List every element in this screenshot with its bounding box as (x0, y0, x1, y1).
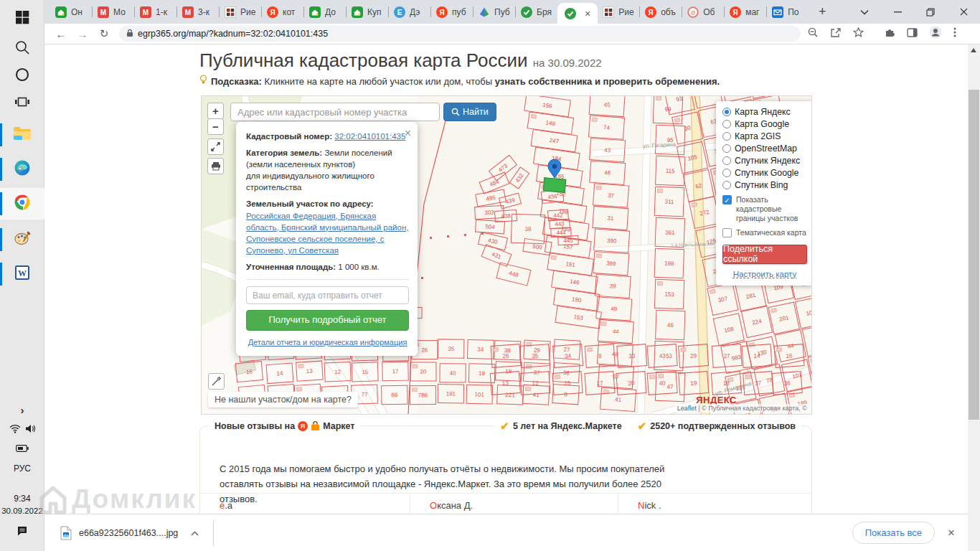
tab-12[interactable]: Бря (516, 0, 557, 24)
tab-9[interactable]: EДэ (389, 0, 430, 24)
tab-8[interactable]: Куп (347, 0, 388, 24)
parcel-cell[interactable]: 20 (410, 362, 436, 381)
back-button[interactable]: ← (50, 28, 72, 40)
thematic-map-checkbox[interactable]: Тематическая карта (722, 228, 807, 237)
tab-10[interactable]: Япуб (431, 0, 473, 24)
share-icon[interactable] (830, 27, 842, 40)
parcel-cell[interactable]: 33 (617, 344, 647, 368)
parcel-cell[interactable]: 20 (616, 372, 646, 395)
parcel-cell[interactable]: 17 (382, 362, 408, 381)
tab-16[interactable]: @Об (682, 0, 724, 24)
word-app[interactable]: W (0, 258, 44, 290)
close-downloads-icon[interactable]: × (948, 526, 955, 540)
action-center-icon[interactable] (17, 525, 28, 540)
configure-map-link[interactable]: Настроить карту (722, 270, 807, 278)
layer-option-2[interactable]: Карта Google (722, 119, 807, 129)
battery-icon[interactable] (16, 442, 29, 455)
report-details-link[interactable]: Детали отчета и юридическая информация (246, 337, 409, 348)
parcel-cell[interactable]: 198 (654, 248, 684, 278)
zoom-out-button[interactable]: − (207, 118, 224, 135)
address-bar[interactable]: egrp365.org/map/?kadnum=32:02:0410101:43… (119, 26, 801, 42)
new-tab-button[interactable]: + (813, 2, 831, 21)
edge-browser[interactable] (0, 154, 44, 185)
parcel-cell[interactable]: 153 (654, 279, 684, 309)
paint-app[interactable] (0, 224, 44, 255)
layer-option-1[interactable]: Карта Яндекс (722, 107, 807, 117)
parcel-cell[interactable]: 311 (654, 187, 684, 216)
download-chevron-icon[interactable] (191, 528, 199, 538)
cadastral-map[interactable]: 1561492471541551521581591571511461501534… (201, 95, 812, 415)
parcel-cell[interactable]: 13 (296, 361, 323, 381)
parcel-cell[interactable]: 34 (467, 339, 494, 359)
parcel-cell[interactable]: 39 (595, 274, 631, 298)
map-search-input[interactable] (230, 103, 440, 121)
tab-7[interactable]: До (304, 0, 346, 24)
measure-button[interactable] (208, 373, 225, 390)
wifi-icon[interactable] (9, 423, 21, 436)
layer-option-3[interactable]: Карта 2GIS (722, 131, 807, 141)
parcel-cell[interactable]: 49 (596, 297, 632, 321)
bookmark-star-icon[interactable] (853, 27, 864, 40)
parcel-cell[interactable]: 224 (741, 306, 772, 338)
zoom-out-page-icon[interactable] (808, 27, 819, 41)
parcel-cell[interactable]: 443 (550, 219, 570, 228)
show-hidden-icons[interactable]: › (0, 404, 44, 416)
parcel-cell[interactable]: 86 (382, 385, 407, 405)
start-button[interactable] (0, 3, 44, 34)
cadastral-borders-checkbox[interactable]: ✓ Показать кадастровые границы участков (722, 195, 807, 223)
email-field[interactable] (246, 286, 409, 304)
map-search-button[interactable]: Найти (443, 103, 496, 121)
side-panel-icon[interactable] (907, 27, 918, 40)
fullscreen-button[interactable] (207, 138, 224, 155)
parcel-cell[interactable]: 12 (520, 372, 550, 395)
leaflet-link[interactable]: Leaflet (677, 405, 697, 412)
parcel-cell[interactable]: 29 (679, 344, 709, 368)
parcel-cell[interactable]: 36 (772, 372, 802, 395)
parcel-cell[interactable]: 74 (589, 116, 625, 139)
tab-2[interactable]: MМо (93, 0, 134, 24)
tab-18[interactable]: По (767, 0, 809, 24)
address-link[interactable]: Российская Федерация, Брянская область, … (246, 212, 408, 255)
scroll-up-arrow[interactable] (971, 48, 976, 52)
reload-button[interactable]: ↻ (93, 27, 115, 40)
extensions-puzzle-icon[interactable] (884, 27, 895, 41)
page-scrollbar[interactable] (968, 44, 980, 551)
tab-1[interactable]: Он (50, 0, 92, 24)
layer-option-4[interactable]: OpenStreetMap (722, 143, 807, 154)
tab-3[interactable]: M1-к (135, 0, 176, 24)
layer-option-7[interactable]: Спутник Bing (722, 180, 807, 190)
parcel-cell[interactable]: 108 (713, 314, 744, 346)
file-explorer[interactable] (0, 119, 44, 151)
parcel-cell[interactable]: 101 (466, 385, 493, 404)
parcel-cell[interactable]: 14 (266, 363, 293, 384)
menu-kebab-icon[interactable] (953, 27, 956, 40)
parcel-cell[interactable]: 12 (324, 362, 351, 382)
close-window-button[interactable] (947, 0, 980, 24)
parcel-cell[interactable]: 31 (593, 206, 628, 230)
parcel-cell[interactable]: 35 (438, 339, 464, 358)
parcel-cell[interactable]: 445 (558, 236, 578, 245)
parcel-cell[interactable]: 8 (585, 344, 615, 368)
parcel-cell[interactable]: 40 (440, 364, 466, 382)
parcel-cell[interactable]: 27 (712, 344, 742, 368)
parcel-cell[interactable]: 786 (410, 386, 435, 405)
forward-button[interactable]: → (72, 28, 93, 40)
parcel-cell[interactable]: 45 (589, 96, 625, 117)
parcel-cell[interactable]: 13 (490, 372, 520, 395)
clock-date[interactable]: 30.09.2022 (0, 507, 44, 515)
parcel-cell[interactable]: 44 (598, 319, 633, 343)
parcel-cell[interactable]: 26 (491, 344, 521, 368)
parcel-cell[interactable]: 191 (438, 385, 463, 403)
parcel-cell[interactable]: 43 (647, 344, 677, 368)
popup-close-icon[interactable]: × (405, 126, 411, 141)
tab-active[interactable]: × (557, 3, 598, 24)
parcel-cell[interactable]: 201 (768, 302, 799, 334)
parcel-cell[interactable]: 34 (553, 344, 583, 368)
parcel-cell[interactable]: 15 (352, 362, 378, 382)
parcel-cell[interactable]: 390 (594, 229, 630, 253)
not-found-label[interactable]: Не нашли участок/дом на карте? (208, 392, 358, 408)
selected-parcel[interactable] (543, 178, 565, 193)
tab-11[interactable]: Пуб (473, 0, 515, 24)
parcel-cell[interactable]: 46 (656, 310, 685, 339)
parcel-cell[interactable]: 389 (593, 252, 629, 276)
